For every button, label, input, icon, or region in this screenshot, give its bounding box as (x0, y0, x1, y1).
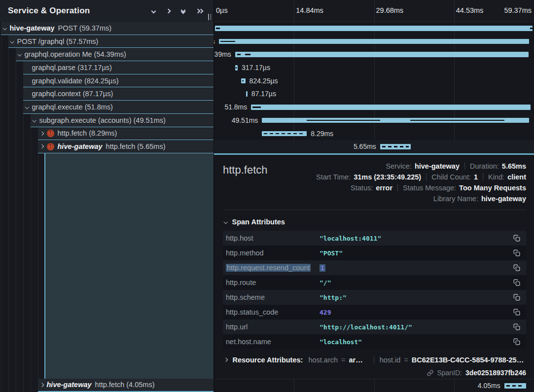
span-duration-bar[interactable] (219, 39, 530, 44)
timeline-span-row[interactable]: 8.29ms (214, 127, 534, 141)
copy-icon[interactable] (513, 235, 520, 242)
timeline-span-row[interactable]: 317.17µs (214, 61, 534, 74)
chevron-right-icon[interactable] (40, 383, 44, 387)
span-duration-bar[interactable] (262, 131, 307, 137)
operation-name: graphql.context (87.17µs) (32, 90, 113, 98)
timeline-span-row[interactable]: 57.57ms (214, 35, 534, 48)
chevron-down-icon[interactable] (33, 118, 36, 122)
span-detail-panel: http.fetch Service:hive-gatewayDuration:… (214, 155, 534, 379)
chevron-right-icon (166, 8, 171, 13)
copy-icon[interactable] (513, 309, 520, 316)
resource-value: arm64 (349, 356, 368, 364)
chevron-down-icon[interactable] (25, 105, 29, 109)
resource-attributes-toggle[interactable]: Resource Attributes: host.arch=arm64host… (223, 356, 526, 364)
span-duration-label: 57.57ms (214, 37, 215, 45)
span-tree-row[interactable]: !http.fetch (8.29ms) (38, 127, 214, 141)
meta-value: Too Many Requests (459, 184, 526, 192)
chevron-right-icon (224, 358, 228, 362)
span-tree-row[interactable]: hive-gatewayPOST (59.37ms) (1, 22, 214, 35)
operation-name: graphql.execute (51.8ms) (32, 103, 113, 111)
span-duration-label: 54.39ms (214, 50, 231, 58)
span-duration-label: 5.65ms (354, 143, 376, 150)
span-tree-row[interactable]: graphql.validate (824.25µs) (23, 74, 214, 88)
span-duration-label: 87.17µs (251, 90, 276, 98)
chevron-down-icon[interactable] (10, 39, 14, 43)
time-tick-label: 59.37ms (504, 6, 532, 14)
span-tree-row[interactable]: hive-gatewayhttp.fetch (4.05ms) (38, 379, 214, 392)
span-duration-bar[interactable] (380, 144, 411, 149)
chevron-down-icon[interactable] (18, 52, 22, 56)
timeline-span-row[interactable]: 5.65ms (214, 140, 534, 153)
attribute-value: 1 (320, 264, 513, 272)
span-tree-row[interactable]: graphql.context (87.17µs) (23, 87, 214, 101)
span-tree-panel: Service & Operation hive-gatewayPOST (59… (0, 0, 214, 392)
collapse-all-button[interactable] (181, 8, 185, 13)
panel-resize-handle[interactable] (208, 14, 211, 20)
timeline-rows: 59.37ms57.57ms54.39ms317.17µs824.25µs87.… (214, 22, 534, 153)
time-tick-label: 14.84ms (296, 6, 323, 14)
span-tree: hive-gatewayPOST (59.37ms)POST /graphql … (0, 22, 214, 392)
span-duration-bar[interactable] (215, 26, 533, 31)
resource-value: BC62E13B-C4CC-5854-9788-2568... (412, 356, 526, 364)
operation-name: POST (59.37ms) (58, 24, 112, 32)
copy-icon[interactable] (513, 279, 520, 286)
attribute-value: 429 (320, 309, 513, 316)
span-duration-bar[interactable] (235, 52, 529, 57)
operation-name: subgraph.execute (accounts) (49.51ms) (39, 116, 166, 124)
child-span-mark (245, 54, 250, 55)
tree-header-toolbar (152, 8, 203, 13)
error-icon: ! (47, 130, 54, 137)
child-span-mark (242, 80, 244, 82)
child-span-mark (307, 120, 380, 121)
span-duration-bar[interactable] (246, 91, 248, 97)
timeline-span-row[interactable]: 54.39ms (214, 48, 534, 61)
span-attributes-toggle[interactable]: Span Attributes (223, 218, 526, 226)
copy-icon[interactable] (513, 323, 520, 330)
meta-separator (483, 173, 483, 180)
expanded-span-detail-spacer (44, 153, 214, 379)
timeline-span-row[interactable]: 49.51ms (214, 114, 534, 127)
attribute-key: http.scheme (226, 293, 320, 301)
expand-all-button[interactable] (196, 9, 203, 13)
span-duration-label: 317.17µs (242, 64, 270, 71)
timeline-span-row[interactable]: 824.25µs (214, 74, 534, 88)
copy-icon[interactable] (513, 294, 520, 301)
copy-icon[interactable] (513, 264, 520, 271)
span-tree-row[interactable]: subgraph.execute (accounts) (49.51ms) (31, 114, 214, 127)
span-tree-row[interactable]: graphql.parse (317.17µs) (23, 61, 214, 74)
meta-label: Library Name: (433, 195, 478, 203)
expand-row-button[interactable] (167, 9, 170, 13)
copy-icon[interactable] (513, 338, 520, 345)
span-tree-row[interactable]: graphql.operation Me (54.39ms) (16, 48, 214, 61)
collapse-row-button[interactable] (152, 9, 155, 13)
attribute-value: "localhost:4011" (320, 235, 513, 242)
chevron-down-icon[interactable] (3, 26, 7, 30)
copy-icon[interactable] (513, 249, 520, 256)
span-meta-line: Library Name:hive-gateway (433, 194, 526, 203)
chevron-right-icon[interactable] (40, 131, 44, 135)
span-meta-line: Status:errorStatus Message:Too Many Requ… (351, 183, 526, 192)
timeline-span-row[interactable]: 59.37ms (214, 22, 534, 35)
operation-name: graphql.validate (824.25µs) (32, 77, 119, 85)
span-tree-row[interactable]: graphql.execute (51.8ms) (23, 101, 214, 114)
span-duration-label: 51.8ms (224, 103, 247, 111)
timeline-span-row[interactable]: 51.8ms (214, 101, 534, 114)
timeline-span-row[interactable]: 87.17µs (214, 87, 534, 101)
grid-line (294, 0, 294, 21)
span-attributes-table: http.host"localhost:4011"http.method"POS… (223, 231, 526, 349)
chevron-right-icon[interactable] (40, 144, 44, 148)
attribute-key: http.method (226, 249, 320, 257)
meta-label: Kind: (488, 173, 504, 181)
span-tree-row[interactable]: !hive-gatewayhttp.fetch (5.65ms) (38, 140, 214, 153)
span-tree-row[interactable]: POST /graphql (57.57ms) (8, 35, 214, 48)
timeline-span-row[interactable]: 4.05ms (214, 379, 534, 392)
span-duration-bar[interactable] (504, 383, 526, 389)
chevron-down-icon (224, 220, 228, 224)
link-icon[interactable] (427, 370, 433, 376)
span-duration-label: 8.29ms (311, 130, 333, 138)
child-span-mark (252, 107, 261, 108)
service-name: hive-gateway (58, 143, 103, 150)
span-duration-bar[interactable] (251, 105, 531, 110)
meta-label: Start Time: (316, 173, 351, 181)
attribute-row: http.scheme"http:" (223, 290, 526, 305)
